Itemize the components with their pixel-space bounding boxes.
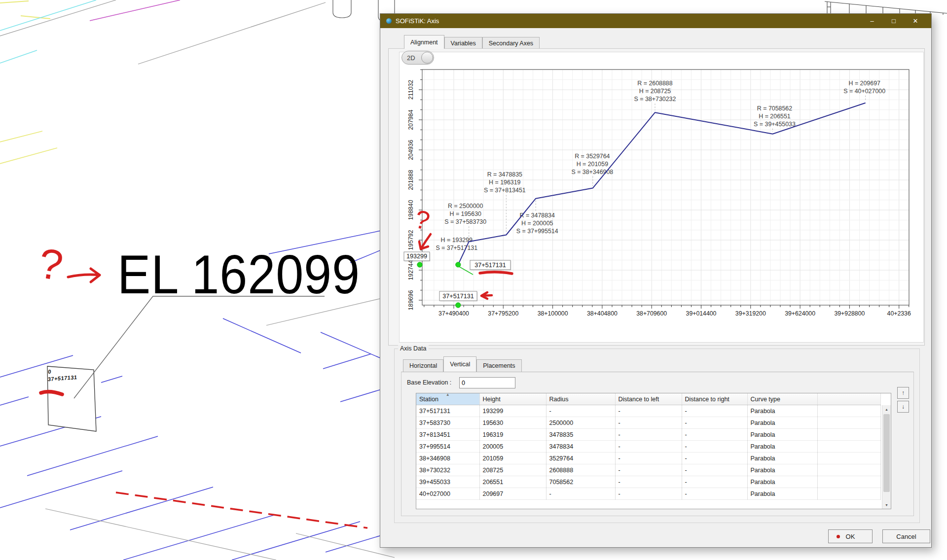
table-cell[interactable]: 37+517131 <box>416 405 479 417</box>
table-cell[interactable]: - <box>546 488 615 500</box>
table-cell[interactable]: 3478834 <box>546 441 615 453</box>
column-header-distance-to-left[interactable]: Distance to left <box>615 393 682 405</box>
table-cell[interactable]: - <box>682 417 747 429</box>
red-dashed-line <box>116 492 367 528</box>
table-cell[interactable]: - <box>682 488 747 500</box>
table-cell[interactable]: 37+995514 <box>416 441 479 453</box>
dialog-title-bar[interactable]: SOFiSTiK: Axis – □ ✕ <box>380 14 931 28</box>
x-tick-label: 37+795200 <box>488 310 518 317</box>
move-row-down-button[interactable]: ↓ <box>897 401 909 413</box>
table-cell[interactable]: - <box>546 405 615 417</box>
sofistik-axis-dialog: SOFiSTiK: Axis – □ ✕ Alignment Variables… <box>380 13 932 548</box>
table-cell[interactable]: Parabola <box>747 417 817 429</box>
table-cell[interactable]: 2500000 <box>546 417 615 429</box>
table-cell[interactable]: 3478835 <box>546 429 615 441</box>
annotation-line: H = 196319 <box>489 179 521 186</box>
table-cell[interactable]: - <box>615 488 682 500</box>
tab-horizontal[interactable]: Horizontal <box>403 359 443 372</box>
table-cell[interactable]: 40+027000 <box>416 488 479 500</box>
table-cell[interactable]: Parabola <box>747 476 817 488</box>
table-cell[interactable]: Parabola <box>747 453 817 464</box>
table-row[interactable]: 37+8134511963193478835--Parabola <box>416 429 880 441</box>
table-cell-empty <box>817 453 880 464</box>
table-scrollbar[interactable]: ▲ ▼ <box>882 405 891 509</box>
table-cell[interactable]: - <box>682 453 747 464</box>
table-cell[interactable]: 3529764 <box>546 453 615 464</box>
2d-toggle[interactable]: 2D <box>401 51 434 65</box>
table-row[interactable]: 37+9955142000053478834--Parabola <box>416 441 880 453</box>
tab-alignment[interactable]: Alignment <box>404 35 444 49</box>
base-elevation-label: Base Elevation : <box>407 379 451 386</box>
table-cell[interactable]: - <box>615 464 682 476</box>
table-cell[interactable]: - <box>615 405 682 417</box>
table-cell[interactable]: 200005 <box>479 441 546 453</box>
table-cell[interactable]: 2608888 <box>546 464 615 476</box>
sofistik-icon <box>386 18 392 24</box>
table-cell[interactable]: - <box>615 417 682 429</box>
table-cell[interactable]: - <box>682 464 747 476</box>
annotation-line: R = 3478835 <box>487 171 522 178</box>
close-button[interactable]: ✕ <box>905 14 926 28</box>
table-cell[interactable]: 38+346908 <box>416 453 479 464</box>
annotation-line: H = 193299 <box>441 237 473 244</box>
table-row[interactable]: 38+7302322087252608888--Parabola <box>416 464 880 476</box>
2d-toggle-knob[interactable] <box>421 52 433 64</box>
table-cell[interactable]: 195630 <box>479 417 546 429</box>
table-cell[interactable]: 7058562 <box>546 476 615 488</box>
table-cell[interactable]: Parabola <box>747 464 817 476</box>
annotation-line: H = 195630 <box>450 210 482 217</box>
tab-vertical[interactable]: Vertical <box>443 356 476 372</box>
column-header-radius[interactable]: Radius <box>546 393 615 405</box>
table-cell[interactable]: - <box>682 405 747 417</box>
base-elevation-input[interactable] <box>459 377 515 388</box>
table-cell[interactable]: 196319 <box>479 429 546 441</box>
scroll-down-icon[interactable]: ▼ <box>882 501 891 509</box>
table-cell[interactable]: Parabola <box>747 429 817 441</box>
table-row[interactable]: 39+4550332065517058562--Parabola <box>416 476 880 488</box>
annotation-line: S = 40+027000 <box>843 88 885 95</box>
maximize-button[interactable]: □ <box>883 14 905 28</box>
table-cell[interactable]: 37+813451 <box>416 429 479 441</box>
tab-placements[interactable]: Placements <box>476 359 521 372</box>
table-cell[interactable]: - <box>615 441 682 453</box>
table-row[interactable]: 37+517131193299---Parabola <box>416 405 880 417</box>
column-header-station[interactable]: Station▲ <box>416 393 479 405</box>
table-cell[interactable]: 38+730232 <box>416 464 479 476</box>
annotation-line: S = 38+730232 <box>634 96 676 103</box>
minimize-button[interactable]: – <box>861 14 883 28</box>
scrollbar-thumb[interactable] <box>883 414 890 492</box>
table-cell[interactable]: Parabola <box>747 488 817 500</box>
tab-variables[interactable]: Variables <box>444 37 482 49</box>
table-cell[interactable]: - <box>682 476 747 488</box>
table-cell[interactable]: Parabola <box>747 441 817 453</box>
ok-button[interactable]: OK <box>828 529 873 543</box>
arrow-down-icon: ↓ <box>902 403 905 410</box>
annotation-line: R = 2500000 <box>448 203 483 210</box>
annotation-line: R = 3529764 <box>575 153 610 160</box>
table-cell[interactable]: 39+455033 <box>416 476 479 488</box>
table-cell[interactable]: 193299 <box>479 405 546 417</box>
table-cell[interactable]: - <box>682 441 747 453</box>
alignment-profile-chart: 37+49040037+79520038+10000038+40480038+7… <box>390 50 925 346</box>
move-row-up-button[interactable]: ↑ <box>897 387 909 399</box>
table-cell[interactable]: 208725 <box>479 464 546 476</box>
table-cell[interactable]: 209697 <box>479 488 546 500</box>
table-row[interactable]: 38+3469082010593529764--Parabola <box>416 453 880 464</box>
column-header-distance-to-right[interactable]: Distance to right <box>682 393 747 405</box>
column-header-height[interactable]: Height <box>479 393 546 405</box>
table-cell[interactable]: - <box>615 429 682 441</box>
minimize-icon: – <box>870 17 874 25</box>
tab-secondary-axes[interactable]: Secondary Axes <box>482 37 540 49</box>
table-cell[interactable]: Parabola <box>747 405 817 417</box>
column-header-curve-type[interactable]: Curve type <box>747 393 817 405</box>
table-row[interactable]: 40+027000209697---Parabola <box>416 488 880 500</box>
table-cell[interactable]: 206551 <box>479 476 546 488</box>
table-cell[interactable]: - <box>682 429 747 441</box>
table-cell[interactable]: 201059 <box>479 453 546 464</box>
table-row[interactable]: 37+5837301956302500000--Parabola <box>416 417 880 429</box>
table-cell[interactable]: - <box>615 453 682 464</box>
table-cell[interactable]: 37+583730 <box>416 417 479 429</box>
cancel-button[interactable]: Cancel <box>882 529 930 543</box>
table-cell[interactable]: - <box>615 476 682 488</box>
scroll-up-icon[interactable]: ▲ <box>882 405 891 413</box>
